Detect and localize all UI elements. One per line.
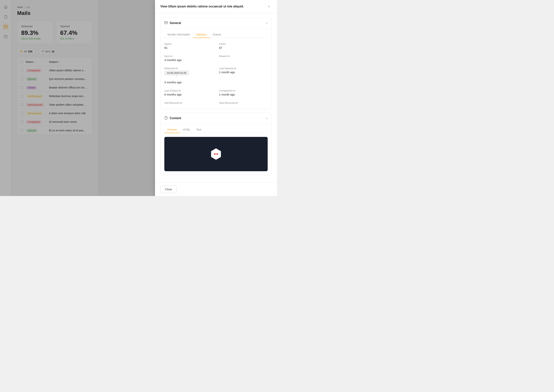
mail-icon <box>164 21 168 25</box>
modal-panel: View Ullam ipsam debitis ratione occaeca… <box>155 0 277 196</box>
content-chevron-icon: ∧ <box>266 117 268 120</box>
general-section: General ∧ Sender Information Statistics … <box>160 18 272 109</box>
stat-last-opened-at: Last Opened At 1 month ago <box>219 67 268 84</box>
stat-soft-bounced-at: Soft Bounced At <box>164 101 213 105</box>
stat-sent-at: Sent At 4 months ago <box>164 55 213 62</box>
stat-complained-at: Complained At 1 month ago <box>219 89 268 96</box>
last-opened-at-value: 1 month ago <box>219 70 268 74</box>
hex-dot-2 <box>216 153 218 155</box>
last-clicked-at-value: 6 months ago <box>164 93 213 96</box>
stat-delivered-at: Delivered At 10-05-2024 01:05 3 months a… <box>164 67 213 84</box>
last-opened-at-label: Last Opened At <box>219 67 268 70</box>
sent-at-value: 4 months ago <box>164 58 213 62</box>
general-inner-tabs: Sender Information Statistics Events <box>164 28 268 38</box>
soft-bounced-at-label: Soft Bounced At <box>164 101 213 104</box>
delivered-tooltip-wrap: 10-05-2024 01:05 <box>164 70 189 75</box>
delivered-tooltip-box: 10-05-2024 01:05 <box>164 70 189 75</box>
stat-clicks: Clicks 67 <box>219 42 268 49</box>
tab-events[interactable]: Events <box>210 31 224 38</box>
modal-title: View Ullam ipsam debitis ratione occaeca… <box>160 5 244 8</box>
hex-dot-1 <box>214 153 216 155</box>
complained-at-label: Complained At <box>219 89 268 92</box>
tab-preview[interactable]: Preview <box>164 126 180 133</box>
general-section-header[interactable]: General ∧ <box>160 18 271 28</box>
resent-at-label: Resent At <box>219 55 268 58</box>
stat-opens: Opens 81 <box>164 42 213 49</box>
tooltip-arrow-inner <box>176 75 178 77</box>
preview-tabs: Preview HTML Text <box>164 124 268 133</box>
modal-footer: Close <box>155 182 277 196</box>
last-clicked-at-label: Last Clicked At <box>164 89 213 92</box>
tab-statistics[interactable]: Statistics <box>193 31 210 38</box>
clicks-value: 67 <box>219 46 268 49</box>
delivered-at-label: Delivered At <box>164 67 213 70</box>
stat-hard-bounced-at: Hard Bounced At <box>219 101 268 105</box>
delivered-at-value: 3 months ago <box>164 81 213 84</box>
close-button[interactable]: Close <box>160 186 177 193</box>
sent-at-label: Sent At <box>164 55 213 58</box>
general-section-body: Sender Information Statistics Events Ope… <box>160 28 271 109</box>
modal-close-btn[interactable]: × <box>266 4 272 9</box>
tab-html[interactable]: HTML <box>180 126 193 133</box>
stat-resent-at: Resent At <box>219 55 268 62</box>
tab-sender-information[interactable]: Sender Information <box>164 31 193 38</box>
modal-header: View Ullam ipsam debitis ratione occaeca… <box>155 0 277 13</box>
complained-at-value: 1 month ago <box>219 93 268 96</box>
file-icon <box>164 116 168 120</box>
content-heading: Content <box>170 117 181 120</box>
general-chevron-icon: ∧ <box>266 21 268 25</box>
general-heading: General <box>170 21 181 25</box>
opens-label: Opens <box>164 42 213 45</box>
opens-value: 81 <box>164 46 213 49</box>
clicks-label: Clicks <box>219 42 268 45</box>
tab-text[interactable]: Text <box>193 126 204 133</box>
hard-bounced-at-label: Hard Bounced At <box>219 101 268 104</box>
modal-body: General ∧ Sender Information Statistics … <box>155 13 277 182</box>
email-preview <box>164 137 268 171</box>
content-section-header[interactable]: Content ∧ <box>160 113 271 123</box>
content-section: Content ∧ Preview HTML Text <box>160 113 272 175</box>
preview-logo <box>209 147 223 161</box>
content-section-body: Preview HTML Text <box>160 123 271 175</box>
stat-last-clicked-at: Last Clicked At 6 months ago <box>164 89 213 96</box>
statistics-grid: Opens 81 Clicks 67 Sent At 4 months ago … <box>164 42 268 105</box>
